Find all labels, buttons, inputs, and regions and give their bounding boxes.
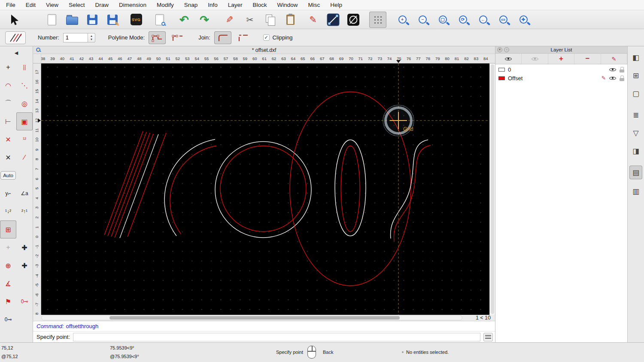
ellipse-tool[interactable] — [345, 12, 362, 28]
menu-help[interactable]: Help — [330, 2, 342, 8]
command-options-button[interactable] — [483, 333, 493, 341]
zoom-out[interactable]: − — [414, 12, 431, 28]
cut[interactable]: ✂ — [241, 12, 258, 28]
menu-modify[interactable]: Modify — [157, 2, 174, 8]
drawing-canvas[interactable]: Grid — [41, 63, 489, 315]
lock-relative-zero[interactable]: 0⊸ — [16, 293, 33, 311]
number-stepper[interactable]: ▲▼ — [88, 33, 95, 42]
auto-zoom[interactable]: ▢ — [434, 12, 451, 28]
dock-block-list[interactable]: ⊞ — [629, 69, 642, 82]
redraw[interactable]: ⟳ — [454, 12, 471, 28]
restrict-xy[interactable]: y⌐ — [0, 184, 16, 202]
stepper-down-icon[interactable]: ▼ — [90, 38, 93, 41]
zoom-previous[interactable]: ← — [474, 12, 492, 28]
toggle-lock-zero[interactable]: 0⊸ — [0, 311, 16, 329]
remove-layer-button[interactable]: − — [574, 54, 601, 64]
snap-perpendicular[interactable]: ✚ — [16, 256, 33, 275]
snap-orthogonal[interactable]: ✚ — [16, 238, 33, 256]
vertical-scrollbar[interactable] — [489, 63, 495, 315]
menu-edit[interactable]: Edit — [26, 2, 36, 8]
document-tab[interactable]: * offset.dxf — [33, 46, 495, 54]
toggle-construction-layers-button[interactable] — [522, 54, 548, 64]
layer-color-swatch[interactable] — [498, 68, 505, 72]
print-preview[interactable] — [151, 12, 168, 28]
snap-flag[interactable]: ⚑ — [0, 293, 16, 311]
snap-tangent[interactable]: ⊕ — [0, 256, 16, 275]
save-as[interactable]: ✎ — [104, 12, 121, 28]
layer-visibility-icon[interactable] — [609, 75, 616, 81]
toggle-all-layers-button[interactable] — [495, 54, 522, 64]
menu-dimension[interactable]: Dimension — [119, 2, 146, 8]
order-up[interactable]: ²↑¹ — [16, 202, 33, 220]
delete-tool[interactable]: ✎ — [221, 12, 238, 28]
restrict-slash[interactable]: ∕ — [16, 148, 33, 166]
layer-row-0[interactable]: 0 — [495, 65, 627, 74]
menu-info[interactable]: Info — [208, 2, 218, 8]
horizontal-scrollbar[interactable] — [41, 315, 462, 320]
open-document[interactable] — [64, 12, 81, 28]
menu-misc[interactable]: Misc — [308, 2, 320, 8]
snap-entity-point[interactable]: ▣ — [16, 112, 33, 130]
join-round-button[interactable] — [214, 31, 231, 44]
snap-on-entity[interactable]: ⋱ — [16, 76, 33, 94]
restrict-angles[interactable]: ∡ — [0, 275, 16, 293]
order-down[interactable]: ¹↓² — [0, 202, 16, 220]
set-relative-zero[interactable]: ⊞ — [0, 220, 16, 238]
paste[interactable] — [282, 12, 299, 28]
menu-file[interactable]: File — [6, 2, 15, 8]
snap-middle[interactable]: ◎ — [16, 94, 33, 112]
undo[interactable]: ↶ — [176, 12, 193, 28]
menu-draw[interactable]: Draw — [95, 2, 109, 8]
layer-lock-icon[interactable] — [620, 75, 624, 81]
snap-endpoints[interactable]: ◠ — [0, 76, 16, 94]
redo[interactable]: ↷ — [196, 12, 213, 28]
polyline-mode-closed-button[interactable] — [149, 31, 166, 44]
grid-toggle[interactable] — [369, 12, 386, 28]
dock-library-browser[interactable]: ◧ — [629, 51, 642, 64]
dock-property-editor[interactable]: ◨ — [629, 144, 642, 158]
menu-block[interactable]: Block — [253, 2, 267, 8]
menu-select[interactable]: Select — [69, 2, 85, 8]
dock-quick-info[interactable]: ▤ — [629, 166, 642, 179]
layer-visibility-icon[interactable] — [609, 66, 616, 73]
new-document[interactable] — [43, 12, 61, 28]
save-document[interactable] — [84, 12, 101, 28]
clipping-checkbox-box[interactable]: ✓ — [263, 34, 270, 41]
join-sharp-button[interactable] — [234, 31, 252, 44]
zoom-in[interactable]: + — [394, 12, 411, 28]
collapse-panel[interactable]: ◀ — [0, 47, 33, 58]
snap-free[interactable]: + — [0, 58, 16, 76]
dock-clipboard[interactable]: ▥ — [629, 184, 642, 198]
snap-center[interactable]: ⌒ — [0, 94, 16, 112]
snap-extension[interactable]: + — [0, 238, 16, 256]
edit-layer-icon[interactable]: ✎ — [601, 75, 606, 81]
snap-grid[interactable]: ⣿ — [16, 58, 33, 76]
layer-row-offset[interactable]: Offset✎ — [495, 74, 627, 82]
snap-auto[interactable]: Auto — [0, 166, 16, 184]
menu-window[interactable]: Window — [277, 2, 298, 8]
select-tool[interactable] — [5, 12, 22, 28]
polyline-mode-open-button[interactable] — [169, 31, 186, 44]
clipping-checkbox[interactable]: ✓ Clipping — [263, 34, 293, 41]
export-svg[interactable]: SVG — [128, 12, 145, 28]
horizontal-scrollbar-thumb[interactable] — [109, 316, 400, 320]
vertical-scrollbar-thumb[interactable] — [491, 64, 494, 314]
copy[interactable] — [261, 12, 279, 28]
snap-intersection-manual[interactable]: ¹² — [16, 130, 33, 148]
snap-intersection[interactable]: ✕ — [0, 130, 16, 148]
dock-layer-list[interactable]: ≣ — [629, 108, 642, 122]
add-layer-button[interactable]: + — [548, 54, 574, 64]
restrict-angle[interactable]: ∠a — [16, 184, 33, 202]
zoom-pan[interactable]: ✚ — [515, 12, 532, 28]
pen-tool[interactable]: ✎ — [304, 12, 322, 28]
menu-snap[interactable]: Snap — [184, 2, 198, 8]
layer-color-swatch[interactable] — [498, 76, 505, 80]
modify-layer-button[interactable]: ✎ — [601, 54, 627, 64]
command-input[interactable] — [73, 333, 480, 341]
restrict-cross[interactable]: ✕ — [0, 148, 16, 166]
dock-command-widget[interactable]: ▢ — [629, 87, 642, 100]
dock-selection-filter[interactable]: ▽ — [629, 126, 642, 140]
stepper-up-icon[interactable]: ▲ — [90, 34, 93, 37]
zoom-window[interactable]: ▭ — [495, 12, 512, 28]
snap-distance[interactable]: ⊢ — [0, 112, 16, 130]
